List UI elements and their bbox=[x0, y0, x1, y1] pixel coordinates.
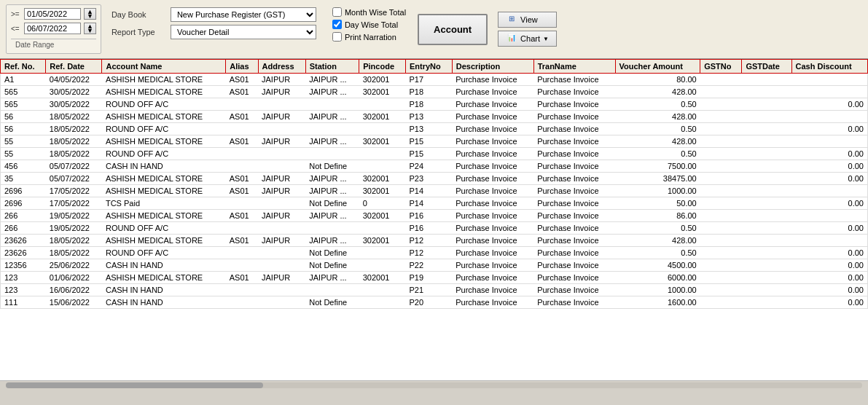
table-cell: 0.00 bbox=[791, 259, 867, 272]
table-cell bbox=[791, 111, 867, 123]
table-cell bbox=[742, 272, 791, 284]
table-cell: 86.00 bbox=[615, 210, 700, 222]
table-row[interactable]: 1235625/06/2022CASH IN HANDNot DefineP22… bbox=[1, 259, 868, 272]
table-container[interactable]: Ref. No. Ref. Date Account Name Alias Ad… bbox=[0, 59, 868, 380]
scrollbar-thumb[interactable] bbox=[6, 382, 263, 388]
table-cell bbox=[791, 135, 867, 148]
table-cell bbox=[742, 111, 791, 123]
table-cell bbox=[742, 284, 791, 296]
view-button[interactable]: ⊞ View bbox=[498, 12, 557, 28]
table-row[interactable]: 12301/06/2022ASHISH MEDICAL STOREAS01JAI… bbox=[1, 272, 868, 284]
view-chart-section: ⊞ View 📊 Chart ▼ bbox=[493, 9, 561, 50]
table-row[interactable]: 5618/05/2022ROUND OFF A/CP13Purchase Inv… bbox=[1, 123, 868, 135]
register-select[interactable]: New Purchase Register (GST) bbox=[171, 7, 316, 22]
print-narration-checkbox[interactable] bbox=[332, 32, 342, 42]
table-row[interactable]: 2362618/05/2022ROUND OFF A/CNot DefineP1… bbox=[1, 247, 868, 259]
table-cell bbox=[791, 235, 867, 247]
table-cell: Purchase Invoice bbox=[533, 148, 615, 160]
table-row[interactable]: 45605/07/2022CASH IN HANDNot DefineP24Pu… bbox=[1, 160, 868, 173]
table-cell: JAIPUR ... bbox=[305, 135, 359, 148]
table-row[interactable]: 5518/05/2022ROUND OFF A/CP15Purchase Inv… bbox=[1, 148, 868, 160]
month-wise-label: Month Wise Total bbox=[345, 8, 406, 17]
table-row[interactable]: 26619/05/2022ASHISH MEDICAL STOREAS01JAI… bbox=[1, 210, 868, 222]
table-row[interactable]: 2362618/05/2022ASHISH MEDICAL STOREAS01J… bbox=[1, 235, 868, 247]
table-cell bbox=[742, 160, 791, 173]
table-cell: 302001 bbox=[359, 74, 406, 86]
table-cell bbox=[305, 123, 359, 135]
table-cell: 18/05/2022 bbox=[46, 247, 102, 259]
table-cell: 12356 bbox=[1, 259, 46, 272]
table-cell bbox=[742, 123, 791, 135]
date-from-button[interactable]: ▲▼ bbox=[84, 8, 96, 20]
table-cell: JAIPUR ... bbox=[305, 210, 359, 222]
table-cell: 0.50 bbox=[615, 98, 700, 111]
table-cell: Not Define bbox=[305, 160, 359, 173]
table-cell: P14 bbox=[405, 197, 452, 210]
table-row[interactable]: 5518/05/2022ASHISH MEDICAL STOREAS01JAIP… bbox=[1, 135, 868, 148]
table-row[interactable]: 26619/05/2022ROUND OFF A/CP16Purchase In… bbox=[1, 222, 868, 235]
date-to-button[interactable]: ▲▼ bbox=[84, 23, 96, 34]
table-cell bbox=[305, 148, 359, 160]
col-gstno: GSTNo bbox=[700, 60, 742, 74]
horizontal-scrollbar[interactable] bbox=[6, 382, 862, 388]
table-cell: 7500.00 bbox=[615, 160, 700, 173]
table-cell: TCS Paid bbox=[102, 197, 226, 210]
month-wise-checkbox[interactable] bbox=[332, 7, 342, 17]
date-to-input[interactable] bbox=[24, 23, 81, 34]
col-account-name: Account Name bbox=[102, 60, 226, 74]
table-row[interactable]: 11115/06/2022CASH IN HANDNot DefineP20Pu… bbox=[1, 296, 868, 309]
table-cell: 18/05/2022 bbox=[46, 235, 102, 247]
col-alias: Alias bbox=[226, 60, 258, 74]
table-cell bbox=[700, 185, 742, 197]
table-cell: 19/05/2022 bbox=[46, 210, 102, 222]
table-cell: ROUND OFF A/C bbox=[102, 247, 226, 259]
table-cell bbox=[305, 284, 359, 296]
table-cell bbox=[742, 74, 791, 86]
table-row[interactable]: 56530/05/2022ROUND OFF A/CP18Purchase In… bbox=[1, 98, 868, 111]
table-row[interactable]: 5618/05/2022ASHISH MEDICAL STOREAS01JAIP… bbox=[1, 111, 868, 123]
chart-button[interactable]: 📊 Chart ▼ bbox=[498, 31, 557, 47]
table-cell bbox=[742, 259, 791, 272]
table-cell: Purchase Invoice bbox=[533, 210, 615, 222]
table-cell: JAIPUR bbox=[258, 86, 305, 98]
day-wise-checkbox[interactable] bbox=[332, 20, 342, 29]
table-row[interactable]: 269617/05/2022TCS PaidNot Define0P14Purc… bbox=[1, 197, 868, 210]
table-row[interactable]: 12316/06/2022CASH IN HANDP21Purchase Inv… bbox=[1, 284, 868, 296]
table-row[interactable]: 269617/05/2022ASHISH MEDICAL STOREAS01JA… bbox=[1, 185, 868, 197]
table-cell bbox=[305, 222, 359, 235]
date-from-input[interactable] bbox=[24, 8, 81, 20]
table-cell: 23626 bbox=[1, 235, 46, 247]
voucher-select[interactable]: Voucher Detail bbox=[171, 25, 316, 39]
table-cell: ASHISH MEDICAL STORE bbox=[102, 185, 226, 197]
table-cell bbox=[226, 98, 258, 111]
table-cell: 111 bbox=[1, 296, 46, 309]
table-cell: P22 bbox=[405, 259, 452, 272]
table-cell: Purchase Invoice bbox=[452, 185, 533, 197]
table-cell: Purchase Invoice bbox=[533, 185, 615, 197]
table-cell: 302001 bbox=[359, 173, 406, 185]
table-cell: JAIPUR ... bbox=[305, 173, 359, 185]
table-cell bbox=[700, 197, 742, 210]
table-row[interactable]: A104/05/2022ASHISH MEDICAL STOREAS01JAIP… bbox=[1, 74, 868, 86]
table-cell bbox=[359, 98, 406, 111]
table-cell: Purchase Invoice bbox=[452, 210, 533, 222]
table-cell: JAIPUR ... bbox=[305, 74, 359, 86]
table-cell: P18 bbox=[405, 98, 452, 111]
table-cell: 16/06/2022 bbox=[46, 284, 102, 296]
table-row[interactable]: 3505/07/2022ASHISH MEDICAL STOREAS01JAIP… bbox=[1, 173, 868, 185]
table-cell: Purchase Invoice bbox=[452, 74, 533, 86]
table-row[interactable]: 56530/05/2022ASHISH MEDICAL STOREAS01JAI… bbox=[1, 86, 868, 98]
table-cell: 0.00 bbox=[791, 123, 867, 135]
table-cell: P13 bbox=[405, 123, 452, 135]
table-cell: P12 bbox=[405, 235, 452, 247]
report-type-row: Report Type Voucher Detail bbox=[112, 25, 316, 39]
report-type-label: Report Type bbox=[112, 28, 166, 36]
table-cell bbox=[226, 123, 258, 135]
table-cell: 302001 bbox=[359, 86, 406, 98]
account-button[interactable]: Account bbox=[418, 14, 488, 45]
table-cell bbox=[226, 148, 258, 160]
table-cell bbox=[359, 296, 406, 309]
table-cell bbox=[700, 135, 742, 148]
table-cell: Purchase Invoice bbox=[452, 86, 533, 98]
table-cell: 05/07/2022 bbox=[46, 160, 102, 173]
